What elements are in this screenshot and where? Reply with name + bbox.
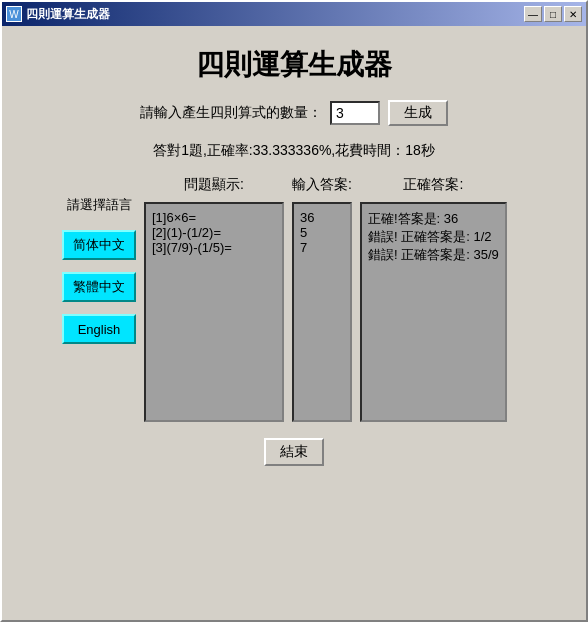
answers-column: 輸入答案: 36 5 7 (292, 176, 352, 422)
app-icon: W (6, 6, 22, 22)
close-button[interactable]: ✕ (564, 6, 582, 22)
problems-header: 問題顯示: (144, 176, 284, 198)
main-content: 四則運算生成器 請輸入產生四則算式的數量： 生成 答對1題,正確率:33.333… (2, 26, 586, 476)
language-sidebar: 請選擇語言 简体中文 繁體中文 English (54, 176, 144, 422)
window-title: 四則運算生成器 (26, 6, 110, 23)
stats-text: 答對1題,正確率:33.333336%,花費時間：18秒 (22, 142, 566, 160)
end-button-row: 結束 (22, 438, 566, 466)
main-area: 請選擇語言 简体中文 繁體中文 English 問題顯示: [1]6×6= [2… (54, 176, 534, 422)
input-label: 請輸入產生四則算式的數量： (140, 104, 322, 122)
problems-column: 問題顯示: [1]6×6= [2](1)-(1/2)= [3](7/9)-(1/… (144, 176, 284, 422)
problems-box: [1]6×6= [2](1)-(1/2)= [3](7/9)-(1/5)= (144, 202, 284, 422)
data-columns: 問題顯示: [1]6×6= [2](1)-(1/2)= [3](7/9)-(1/… (144, 176, 534, 422)
input-row: 請輸入產生四則算式的數量： 生成 (22, 100, 566, 126)
correct-answers-box: 正確!答案是: 36 錯誤! 正確答案是: 1/2 錯誤! 正確答案是: 35/… (360, 202, 507, 422)
window-controls: — □ ✕ (524, 6, 582, 22)
end-button[interactable]: 結束 (264, 438, 324, 466)
title-bar: W 四則運算生成器 — □ ✕ (2, 2, 586, 26)
language-label: 請選擇語言 (67, 196, 132, 214)
app-title: 四則運算生成器 (22, 46, 566, 84)
maximize-button[interactable]: □ (544, 6, 562, 22)
correct-answers-column: 正確答案: 正確!答案是: 36 錯誤! 正確答案是: 1/2 錯誤! 正確答案… (360, 176, 507, 422)
generate-button[interactable]: 生成 (388, 100, 448, 126)
correct-answers-header: 正確答案: (360, 176, 507, 198)
english-button[interactable]: English (62, 314, 136, 344)
window: W 四則運算生成器 — □ ✕ 四則運算生成器 請輸入產生四則算式的數量： 生成… (0, 0, 588, 622)
quantity-input[interactable] (330, 101, 380, 125)
simplified-chinese-button[interactable]: 简体中文 (62, 230, 136, 260)
answers-box: 36 5 7 (292, 202, 352, 422)
minimize-button[interactable]: — (524, 6, 542, 22)
title-bar-left: W 四則運算生成器 (6, 6, 110, 23)
traditional-chinese-button[interactable]: 繁體中文 (62, 272, 136, 302)
answers-header: 輸入答案: (292, 176, 352, 198)
